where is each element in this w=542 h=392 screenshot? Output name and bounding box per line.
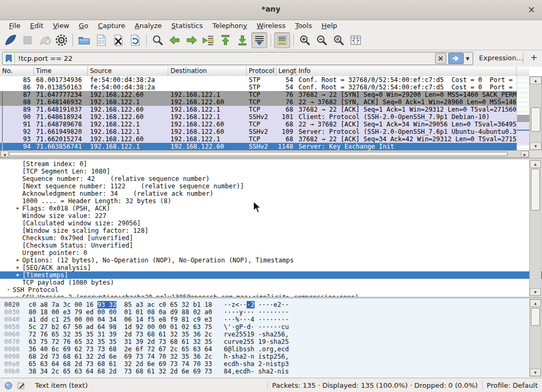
detail-row[interactable]: [TCP Segment Len: 1080] [0,168,529,175]
close-capture-button[interactable] [110,32,126,48]
detail-row[interactable]: Checksum: 0x79ed [unverified] [0,234,529,242]
expert-info-icon[interactable] [4,381,13,390]
hex-bytes[interactable]: 36 40 6c 69 62 73 73 68 2e 6f 72 67 2c 6… [29,345,212,353]
display-filter-input[interactable] [15,52,434,65]
menu-help[interactable]: Help [317,21,342,30]
column-header-destination[interactable]: Destination [168,67,247,76]
detail-row[interactable]: Acknowledgment number: 34 (relative ack … [0,190,529,197]
filter-clear-button[interactable] [435,53,446,64]
hex-ascii[interactable]: \'·gP·d· ······cu [224,323,289,331]
packet-row[interactable]: 9471.663856741192.168.122.1192.168.122.6… [0,143,517,150]
capture-options-button[interactable] [53,32,69,48]
hex-bytes[interactable]: c0 a8 7a 3c 00 16 93 32 85 a3 ac c0 65 3… [29,301,212,308]
detail-row[interactable]: Sequence number: 42 (relative sequence n… [0,175,529,183]
hex-row[interactable]: 003080 18 00 e3 79 ed 00 00 01 01 08 0a … [0,308,542,316]
packet-row[interactable]: 9271.661949820192.168.122.1192.168.122.6… [0,128,517,135]
packet-list-vscrollbar[interactable]: ▲ ▼ [529,76,542,150]
detail-row[interactable]: ▶Options: (12 bytes), No-Operation (NOP)… [0,257,529,264]
menu-wireless[interactable]: Wireless [252,21,290,30]
detail-row[interactable]: ▶Flags: 0x018 (PSH, ACK) [0,205,529,212]
close-window-button[interactable]: × [526,4,537,15]
resize-columns-button[interactable] [348,32,364,48]
colorize-packets-button[interactable] [274,32,290,48]
menu-analyze[interactable]: Analyze [130,21,167,30]
expand-arrow-icon[interactable]: ▾ [4,286,13,294]
hex-bytes[interactable]: 72 76 65 32 35 35 31 39 2d 73 68 61 32 3… [29,331,212,338]
menu-tools[interactable]: Tools [290,21,317,30]
detail-row[interactable]: Window size value: 227 [0,212,529,220]
bytes-vscrollbar[interactable]: ▲ ▼ [529,299,541,377]
hex-row[interactable]: 007063 75 72 76 65 32 35 35 31 39 2d 73 … [0,338,542,345]
menu-statistics[interactable]: Statistics [167,21,207,30]
hex-ascii[interactable]: 6@libssh .org,ecd [224,345,289,353]
start-capture-button[interactable] [3,32,19,48]
filter-dropdown-caret-icon[interactable]: ▼ [466,56,469,61]
hex-row[interactable]: 0020c0 a8 7a 3c 00 16 93 32 85 a3 ac c0 … [0,301,542,308]
zoom-out-button[interactable] [314,32,330,48]
scroll-up-icon[interactable]: ▲ [530,77,541,84]
stop-capture-button[interactable] [20,32,35,48]
scroll-up-icon[interactable]: ▲ [530,160,541,168]
detail-row[interactable]: ▶[Timestamps] [0,271,542,279]
column-header-length[interactable]: Length [276,67,296,76]
scrollbar-thumb[interactable] [9,152,508,156]
hex-ascii[interactable]: curve255 19-sha25 [224,338,289,345]
go-last-packet-button[interactable] [234,32,250,48]
hex-row[interactable]: 008036 40 6c 69 62 73 73 68 2e 6f 72 67 … [0,345,542,353]
menu-edit[interactable]: Edit [25,21,48,30]
display-filter-field[interactable]: ▼ [2,52,473,65]
hex-row[interactable]: 0040a1 dd c1 25 00 00 04 34 06 14 f5 e8 … [0,316,542,323]
scrollbar-thumb[interactable] [531,107,540,132]
hex-ascii[interactable]: rve25519 -sha256, [224,331,289,338]
menu-capture[interactable]: Capture [93,21,130,30]
scroll-down-icon[interactable]: ▼ [530,369,541,376]
detail-row[interactable]: [Window size scaling factor: 128] [0,227,529,234]
hex-ascii[interactable]: 84,ecdh- sha2-nis [224,368,289,375]
detail-row[interactable]: [Calculated window size: 29056] [0,220,529,227]
hex-bytes[interactable]: 5c 27 b2 67 50 ad 64 98 1d 92 00 00 01 0… [29,323,212,331]
hex-ascii[interactable]: h-sha2-n istp256, [224,353,289,360]
detail-row[interactable]: [Next sequence number: 1122 (relative se… [0,183,529,190]
detail-row[interactable]: Urgent pointer: 0 [0,249,529,257]
column-header-time[interactable]: Time [34,67,88,76]
auto-scroll-button[interactable] [251,32,267,48]
scrollbar-thumb[interactable] [531,169,540,211]
expand-arrow-icon[interactable]: ▶ [14,257,22,264]
hex-selected-bytes[interactable]: 93 32 [97,301,116,308]
packet-row[interactable]: 8670.013850163fe:54:00:d4:38:2aSTP54Conf… [0,84,517,91]
add-filter-button[interactable]: + [530,52,537,62]
scroll-down-icon[interactable]: ▼ [530,142,541,150]
menu-telephony[interactable]: Telephony [207,21,252,30]
detail-row[interactable]: ▾SSH Protocol [0,286,529,294]
column-header-info[interactable]: Info [296,67,517,76]
status-profile[interactable]: Profile: Default [487,381,538,389]
filter-bookmark-icon[interactable] [3,52,15,65]
detail-row[interactable]: [Checksum Status: Unverified] [0,242,529,249]
packet-row[interactable]: 8568.001734936fe:54:00:d4:38:2aSTP54Conf… [0,76,517,84]
find-packet-button[interactable] [150,32,166,48]
expand-arrow-icon[interactable]: ▶ [14,205,22,212]
detail-row[interactable]: TCP payload (1080 bytes) [0,279,529,286]
go-first-packet-button[interactable] [218,32,233,48]
packet-row[interactable]: 8771.647777234192.168.122.60192.168.122.… [0,91,517,98]
hex-row[interactable]: 00b038 34 2c 65 63 64 68 2d 73 68 61 32 … [0,368,542,375]
reload-capture-button[interactable] [127,32,143,48]
open-capture-button[interactable] [76,32,92,48]
zoom-in-button[interactable] [297,32,313,48]
packet-row[interactable]: 8871.648146932192.168.122.1192.168.122.6… [0,98,517,106]
menu-view[interactable]: View [48,21,74,30]
hex-row[interactable]: 009068 2d 73 68 61 32 2d 6e 69 73 74 70 … [0,353,542,360]
hex-row[interactable]: 00505c 27 b2 67 50 ad 64 98 1d 92 00 00 … [0,323,542,331]
hex-bytes[interactable]: a1 dd c1 25 00 00 04 34 06 14 f5 e8 f9 8… [29,316,212,323]
expand-arrow-icon[interactable]: ▶ [14,264,22,271]
hex-bytes[interactable]: 38 34 2c 65 63 64 68 2d 73 68 61 32 2d 6… [29,368,212,375]
hex-bytes[interactable]: 63 75 72 76 65 32 35 35 31 39 2d 73 68 6… [29,338,212,345]
hex-bytes[interactable]: 65 63 64 68 2d 73 68 61 32 2d 6e 69 73 7… [29,360,212,368]
packet-row[interactable]: 9371.662015274192.168.122.60192.168.122.… [0,135,517,143]
expand-arrow-icon[interactable]: ▶ [14,271,22,279]
scroll-up-icon[interactable]: ▲ [530,299,541,307]
menu-go[interactable]: Go [74,21,93,30]
zoom-original-button[interactable] [331,32,347,48]
scroll-left-icon[interactable]: ◀ [1,151,8,157]
packet-row[interactable]: 9071.648618924192.168.122.60192.168.122.… [0,113,517,121]
